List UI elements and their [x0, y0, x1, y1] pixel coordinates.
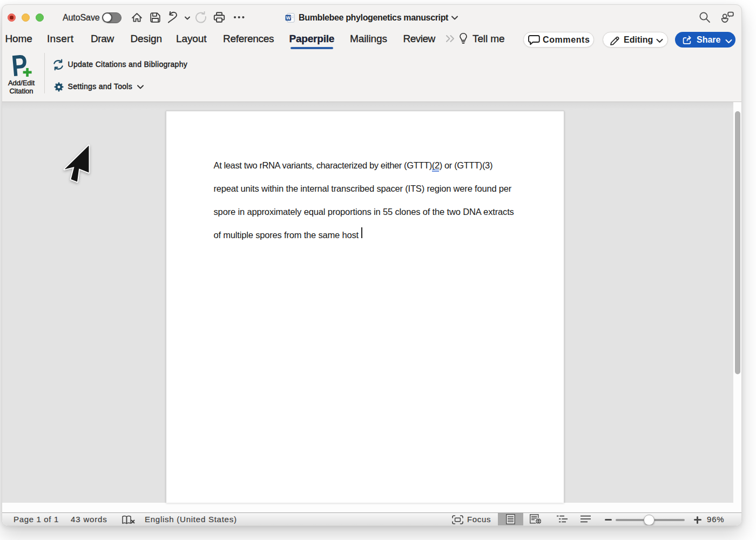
svg-text:W: W — [286, 15, 291, 21]
